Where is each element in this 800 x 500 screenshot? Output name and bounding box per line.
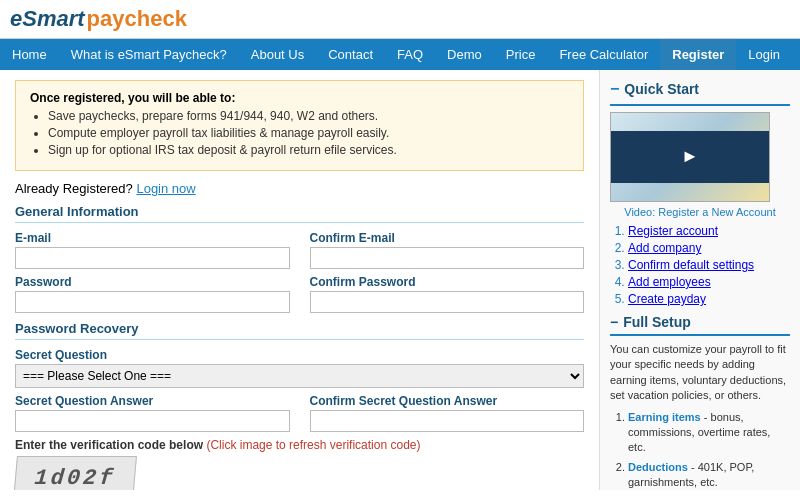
logo-esmart: eSmart bbox=[10, 6, 85, 32]
quick-step-1-link[interactable]: Register account bbox=[628, 224, 718, 238]
info-bullet-1: Save paychecks, prepare forms 941/944, 9… bbox=[48, 109, 569, 123]
main-nav: Home What is eSmart Paycheck? About Us C… bbox=[0, 39, 800, 70]
quick-step-4-link[interactable]: Add employees bbox=[628, 275, 711, 289]
verify-text: Enter the verification code below bbox=[15, 438, 203, 452]
info-intro: Once registered, you will be able to: bbox=[30, 91, 569, 105]
quick-start-list: Register account Add company Confirm def… bbox=[628, 224, 790, 306]
right-panel: − Quick Start ► Video: Register a New Ac… bbox=[600, 70, 800, 490]
left-panel: Once registered, you will be able to: Sa… bbox=[0, 70, 600, 490]
main-layout: Once registered, you will be able to: Sa… bbox=[0, 70, 800, 490]
already-registered-label: Already Registered? bbox=[15, 181, 133, 196]
full-setup-collapse[interactable]: − bbox=[610, 314, 618, 330]
secret-answer-label: Secret Question Answer bbox=[15, 394, 290, 408]
info-box: Once registered, you will be able to: Sa… bbox=[15, 80, 584, 171]
quick-step-3-link[interactable]: Confirm default settings bbox=[628, 258, 754, 272]
verify-click-hint: (Click image to refresh verification cod… bbox=[206, 438, 420, 452]
email-label: E-mail bbox=[15, 231, 290, 245]
video-thumbnail[interactable]: ► bbox=[610, 112, 770, 202]
confirm-secret-answer-input[interactable] bbox=[310, 410, 585, 432]
full-setup-item-2-name: Deductions bbox=[628, 461, 688, 473]
login-now-link[interactable]: Login now bbox=[136, 181, 195, 196]
confirm-password-input[interactable] bbox=[310, 291, 585, 313]
quick-step-2-link[interactable]: Add company bbox=[628, 241, 701, 255]
email-input[interactable] bbox=[15, 247, 290, 269]
full-setup-item-1: Earning items - bonus, commissions, over… bbox=[628, 410, 790, 456]
confirm-secret-answer-label: Confirm Secret Question Answer bbox=[310, 394, 585, 408]
video-inner: ► bbox=[611, 131, 769, 184]
info-bullets: Save paychecks, prepare forms 941/944, 9… bbox=[48, 109, 569, 157]
nav-free-calculator[interactable]: Free Calculator bbox=[547, 39, 660, 70]
password-label: Password bbox=[15, 275, 290, 289]
nav-price[interactable]: Price bbox=[494, 39, 548, 70]
logo: eSmart paycheck bbox=[10, 6, 187, 32]
full-setup-title-text: Full Setup bbox=[623, 314, 691, 330]
secret-answer-input[interactable] bbox=[15, 410, 290, 432]
password-recovery-title: Password Recovery bbox=[15, 321, 584, 340]
confirm-password-group: Confirm Password bbox=[310, 275, 585, 313]
quick-step-3: Confirm default settings bbox=[628, 258, 790, 272]
video-caption: Video: Register a New Account bbox=[610, 206, 790, 218]
nav-contact[interactable]: Contact bbox=[316, 39, 385, 70]
full-setup-header: − Full Setup bbox=[610, 314, 790, 330]
nav-register[interactable]: Register bbox=[660, 39, 736, 70]
nav-demo[interactable]: Demo bbox=[435, 39, 494, 70]
quick-start-title-text: Quick Start bbox=[624, 81, 699, 97]
confirm-secret-answer-group: Confirm Secret Question Answer bbox=[310, 394, 585, 432]
password-group: Password bbox=[15, 275, 290, 313]
quick-start-header: − Quick Start bbox=[610, 80, 790, 98]
logo-paycheck: paycheck bbox=[87, 6, 187, 32]
quick-step-2: Add company bbox=[628, 241, 790, 255]
full-setup-desc: You can customize your payroll to fit yo… bbox=[610, 342, 790, 404]
nav-what-is[interactable]: What is eSmart Paycheck? bbox=[59, 39, 239, 70]
email-group: E-mail bbox=[15, 231, 290, 269]
full-setup-item-1-name: Earning items bbox=[628, 411, 701, 423]
secret-question-select[interactable]: === Please Select One === Mother's maide… bbox=[15, 364, 584, 388]
quick-start-collapse[interactable]: − bbox=[610, 80, 619, 98]
full-setup-list: Earning items - bonus, commissions, over… bbox=[628, 410, 790, 490]
quick-step-5-link[interactable]: Create payday bbox=[628, 292, 706, 306]
info-bullet-3: Sign up for optional IRS tax deposit & p… bbox=[48, 143, 569, 157]
nav-faq[interactable]: FAQ bbox=[385, 39, 435, 70]
general-info-title: General Information bbox=[15, 204, 584, 223]
secret-answer-group: Secret Question Answer bbox=[15, 394, 290, 432]
confirm-password-label: Confirm Password bbox=[310, 275, 585, 289]
password-input[interactable] bbox=[15, 291, 290, 313]
quick-step-4: Add employees bbox=[628, 275, 790, 289]
quick-start-divider bbox=[610, 104, 790, 106]
captcha-image[interactable]: 1d02f bbox=[13, 456, 137, 490]
nav-about-us[interactable]: About Us bbox=[239, 39, 316, 70]
nav-login[interactable]: Login bbox=[736, 39, 792, 70]
secret-answer-row: Secret Question Answer Confirm Secret Qu… bbox=[15, 394, 584, 432]
confirm-email-input[interactable] bbox=[310, 247, 585, 269]
password-row: Password Confirm Password bbox=[15, 275, 584, 313]
info-bullet-2: Compute employer payroll tax liabilities… bbox=[48, 126, 569, 140]
header: eSmart paycheck bbox=[0, 0, 800, 39]
full-setup-divider bbox=[610, 334, 790, 336]
quick-step-5: Create payday bbox=[628, 292, 790, 306]
confirm-email-group: Confirm E-mail bbox=[310, 231, 585, 269]
full-setup-item-2: Deductions - 401K, POP, garnishments, et… bbox=[628, 460, 790, 490]
email-row: E-mail Confirm E-mail bbox=[15, 231, 584, 269]
already-registered: Already Registered? Login now bbox=[15, 181, 584, 196]
verify-label: Enter the verification code below (Click… bbox=[15, 438, 584, 452]
confirm-email-label: Confirm E-mail bbox=[310, 231, 585, 245]
play-icon: ► bbox=[681, 146, 699, 167]
nav-home[interactable]: Home bbox=[0, 39, 59, 70]
secret-question-label: Secret Question bbox=[15, 348, 584, 362]
quick-step-1: Register account bbox=[628, 224, 790, 238]
